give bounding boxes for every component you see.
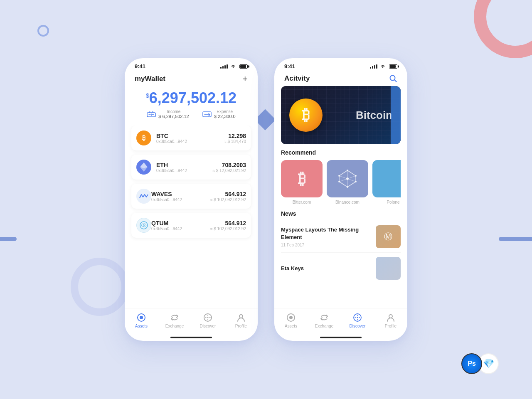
btc-name: BTC: [156, 133, 224, 139]
waves-usd: ≈ $ 102,092,012.92: [210, 197, 246, 202]
discover-icon-1: [203, 313, 213, 323]
signal-bar-2-4: [376, 64, 377, 69]
signal-bar-1: [220, 67, 222, 69]
bg-decoration-arc-pink: [474, 0, 532, 58]
status-icons-1: [220, 64, 248, 69]
exchange-icon-2: [319, 313, 329, 323]
nav-assets-label-1: Assets: [135, 324, 148, 328]
news-item-1[interactable]: Eta Keys: [281, 253, 401, 284]
status-time-2: 9:41: [284, 63, 295, 69]
battery-icon-1: [239, 64, 248, 69]
photoshop-badge: Ps: [461, 353, 482, 374]
svg-point-24: [289, 316, 293, 319]
eth-usd: ≈ $ 12,092,021.92: [212, 168, 246, 173]
signal-bar-3: [224, 65, 226, 69]
balance-amount: 6,297,502.12: [149, 89, 236, 106]
crypto-item-btc[interactable]: ₿ BTC 0x3b5ca0...9442 12.298 ≈ $ 184,470: [131, 126, 251, 150]
news-item-0[interactable]: Myspace Layouts The Missing Element 11 F…: [281, 221, 401, 253]
nav-exchange-1[interactable]: Exchange: [162, 313, 187, 328]
activity-title: Acitvity: [284, 74, 310, 83]
qtum-info: QTUM 0x3b5ca0...9442: [151, 220, 210, 231]
svg-line-11: [394, 80, 397, 82]
nav-exchange-2[interactable]: Exchange: [312, 313, 337, 328]
activity-header: Acitvity: [274, 71, 407, 86]
status-bar-1: 9:41: [125, 58, 258, 71]
wifi-icon-2: [380, 64, 386, 69]
status-bar-2: 9:41: [274, 58, 407, 71]
eth-address: 0x3b5ca0...9442: [156, 168, 212, 173]
bg-decoration-bar-left: [0, 237, 17, 241]
profile-icon-2: [386, 313, 396, 323]
recommend-card-bitter[interactable]: ₿ Bitter.com: [281, 160, 323, 204]
news-thumb-1: [376, 257, 401, 280]
qtum-usd: ≈ $ 102,092,012.92: [210, 227, 246, 231]
svg-marker-2: [140, 163, 148, 168]
signal-bars-2: [370, 64, 377, 69]
recommend-row: ₿ Bitter.com: [281, 160, 401, 204]
eth-amount: 708.2003: [212, 162, 246, 168]
nav-discover-1[interactable]: Discover: [195, 313, 220, 328]
svg-point-18: [355, 181, 357, 182]
recommend-card-binance[interactable]: Binance.com: [327, 160, 368, 204]
crypto-item-eth[interactable]: ETH 0x3b5ca0...9442 708.2003 ≈ $ 12,092,…: [131, 155, 251, 180]
home-indicator-2: [320, 337, 362, 338]
waves-address: 0x3b5ca0...9442: [151, 197, 210, 202]
nav-profile-label-1: Profile: [235, 324, 247, 328]
search-button[interactable]: [389, 74, 397, 83]
nav-profile-1[interactable]: Profile: [229, 313, 254, 328]
eth-values: 708.2003 ≈ $ 12,092,021.92: [212, 162, 246, 173]
svg-point-17: [355, 175, 357, 177]
waves-amount: 564.912: [210, 191, 246, 197]
status-icons-2: [370, 64, 397, 69]
recommend-title: Recommend: [281, 149, 401, 156]
crypto-item-waves[interactable]: WAVES 0x3b5ca0...9442 564.912 ≈ $ 102,09…: [131, 184, 251, 209]
bitter-label: Bitter.com: [293, 200, 311, 204]
waves-info: WAVES 0x3b5ca0...9442: [151, 191, 210, 202]
nav-assets-2[interactable]: Assets: [278, 313, 303, 328]
nav-assets-1[interactable]: Assets: [129, 313, 154, 328]
polone-label: Polone: [387, 200, 399, 204]
news-date-0: 11 Feb 2017: [281, 243, 371, 247]
expense-value: $ 22,300.0: [214, 114, 236, 119]
btc-logo: ₿: [136, 131, 151, 145]
waves-logo: [136, 189, 151, 204]
news-title-0: Myspace Layouts The Missing Element: [281, 226, 371, 241]
svg-point-16: [347, 170, 348, 171]
waves-values: 564.912 ≈ $ 102,092,012.92: [210, 191, 246, 202]
expense-label: Expense: [214, 109, 236, 114]
nav-profile-2[interactable]: Profile: [378, 313, 403, 328]
crypto-item-qtum[interactable]: QTUM 0x3b5ca0...9442 564.912 ≈ $ 102,092…: [131, 213, 251, 238]
recommend-card-polone[interactable]: Polone: [372, 160, 401, 204]
eth-info: ETH 0x3b5ca0...9442: [156, 162, 212, 173]
crypto-list: ₿ BTC 0x3b5ca0...9442 12.298 ≈ $ 184,470…: [125, 126, 258, 308]
btc-usd: ≈ $ 184,470: [224, 139, 246, 144]
bitcoin-featured[interactable]: ₿ Bitcoin: [281, 86, 401, 144]
bitcoin-label: Bitcoin: [356, 109, 392, 122]
nav-discover-label-2: Discover: [350, 324, 366, 328]
svg-point-26: [357, 317, 358, 318]
expense-info: Expense $ 22,300.0: [214, 109, 236, 119]
qtum-logo: [136, 218, 151, 233]
add-button[interactable]: +: [242, 74, 248, 84]
nav-discover-2[interactable]: Discover: [345, 313, 370, 328]
home-indicator-1: [170, 337, 212, 338]
currency-symbol: $: [146, 92, 149, 99]
signal-bar-2: [222, 66, 224, 69]
nav-discover-label-1: Discover: [200, 324, 216, 328]
assets-icon-1: [136, 313, 146, 323]
expense-icon: [202, 110, 212, 119]
polone-card-img: [372, 160, 401, 197]
nav-exchange-label-1: Exchange: [165, 324, 184, 328]
income-value: $ 6,297,502.12: [158, 114, 189, 119]
phone-wallet: 9:41 myWallet +: [125, 58, 258, 341]
bitter-card-img: ₿: [281, 160, 323, 197]
status-time-1: 9:41: [135, 63, 145, 69]
qtum-address: 0x3b5ca0...9442: [151, 227, 210, 231]
signal-bar-2-3: [374, 65, 375, 69]
tool-badges: Ps 💎: [461, 353, 499, 374]
phone-activity: 9:41 Acitvity: [274, 58, 407, 341]
btc-amount: 12.298: [224, 133, 246, 139]
exchange-icon-1: [170, 313, 180, 323]
news-title: News: [281, 210, 401, 217]
balance-display: $6,297,502.12: [125, 89, 258, 107]
